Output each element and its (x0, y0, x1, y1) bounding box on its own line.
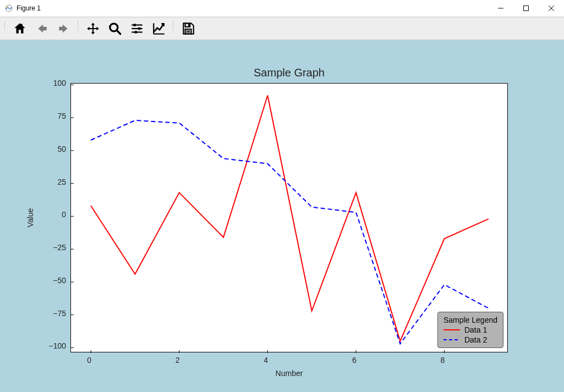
legend-swatch-dashed-blue (443, 336, 460, 343)
back-button[interactable] (31, 18, 52, 39)
y-tick-label: 100 (53, 79, 66, 87)
svg-rect-17 (185, 29, 191, 34)
svg-rect-16 (188, 24, 189, 26)
zoom-button[interactable] (105, 18, 125, 39)
legend-swatch-solid-red (443, 327, 460, 333)
minimize-button[interactable] (488, 0, 513, 16)
svg-line-8 (117, 30, 121, 34)
save-button[interactable] (178, 18, 199, 39)
toolbar-separator (4, 21, 5, 36)
legend[interactable]: Sample Legend Data 1 Data 2 (437, 312, 503, 348)
x-tick-label: 2 (176, 356, 180, 365)
svg-rect-3 (524, 6, 529, 11)
svg-point-1 (7, 6, 8, 7)
legend-item: Data 2 (443, 335, 497, 344)
y-tick-label: −25 (53, 243, 66, 252)
maximize-button[interactable] (513, 0, 539, 16)
y-tick-label: 75 (57, 112, 66, 120)
svg-rect-14 (135, 31, 137, 33)
x-axis-label: Number (70, 369, 508, 378)
legend-label: Data 1 (464, 325, 487, 334)
app-icon (4, 4, 13, 13)
svg-rect-12 (138, 27, 140, 30)
series-line (91, 96, 489, 341)
window-title: Figure 1 (17, 4, 41, 12)
pan-button[interactable] (83, 18, 103, 39)
edit-axis-button[interactable] (149, 18, 169, 39)
figure-canvas[interactable]: Sample Graph Value Number Sample Legend … (0, 40, 564, 392)
y-tick-label: 50 (57, 145, 66, 153)
y-tick-label: 25 (57, 178, 66, 186)
y-tick-label: 0 (62, 210, 66, 219)
x-tick-label: 0 (87, 356, 91, 365)
x-tick-label: 8 (441, 356, 445, 365)
home-button[interactable] (9, 18, 30, 39)
window-titlebar: Figure 1 (0, 0, 564, 17)
legend-item: Data 1 (443, 325, 497, 334)
y-tick-label: −50 (53, 276, 66, 285)
toolbar-separator (173, 21, 173, 36)
x-tick-label: 6 (352, 356, 357, 365)
svg-rect-10 (134, 24, 136, 26)
toolbar-separator (78, 21, 78, 36)
forward-button[interactable] (53, 18, 74, 39)
series-line (91, 120, 489, 344)
legend-title: Sample Legend (443, 316, 497, 324)
y-tick-label: −75 (53, 309, 66, 318)
svg-rect-6 (21, 24, 23, 26)
legend-label: Data 2 (464, 335, 487, 344)
x-tick-label: 4 (264, 356, 268, 365)
chart-title: Sample Graph (70, 67, 508, 79)
configure-subplots-button[interactable] (127, 18, 147, 39)
close-button[interactable] (539, 0, 564, 16)
mpl-toolbar (0, 17, 564, 40)
y-axis-label: Value (26, 208, 35, 228)
y-tick-label: −100 (48, 341, 66, 350)
